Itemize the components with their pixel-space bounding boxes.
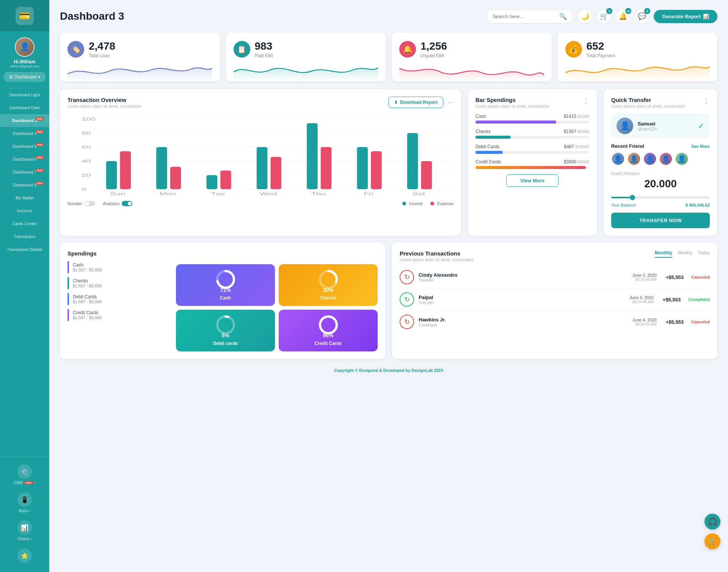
svg-text:0: 0 bbox=[82, 187, 86, 191]
sidebar-item-dashboard7[interactable]: Dashboard 7 New bbox=[0, 166, 49, 179]
sidebar-email: william@gmail.com bbox=[10, 64, 39, 68]
quick-transfer-card: Quick Transfer Lorem ipsum dolor sit ame… bbox=[604, 89, 717, 236]
cart-badge: 2 bbox=[606, 8, 612, 14]
friend-avatar-2[interactable]: 👤 bbox=[627, 152, 641, 166]
number-toggle[interactable] bbox=[85, 201, 95, 206]
stats-row: 🏷️ 2,478 Total Loan 📋 983 Pai bbox=[60, 33, 717, 81]
chart-bar-icon: 📊 bbox=[703, 14, 709, 19]
sidebar-item-cards-center[interactable]: Cards Center bbox=[0, 217, 49, 230]
search-input[interactable] bbox=[493, 14, 556, 19]
sidebar-item-favorites[interactable]: ⭐ bbox=[0, 545, 49, 568]
sidebar-item-label: My Wallet bbox=[16, 196, 34, 200]
friend-avatar-1[interactable]: 👤 bbox=[611, 152, 625, 166]
total-loan-value: 2,478 bbox=[89, 40, 115, 52]
sidebar-item-dashboard6[interactable]: Dashboard 6 New bbox=[0, 153, 49, 166]
sidebar-item-dashboard-light[interactable]: Dashboard Light bbox=[0, 88, 49, 101]
donut-cash: 71% Cash bbox=[176, 264, 275, 306]
sidebar-item-label: Dashboard 8 bbox=[13, 183, 37, 187]
spending-cash-amounts: $1,567 / $5,000 bbox=[73, 268, 102, 272]
sidebar-item-dashboard4[interactable]: Dashboard 4 New bbox=[0, 127, 49, 140]
new-badge: New bbox=[36, 130, 44, 133]
theme-toggle-button[interactable]: 🌙 bbox=[578, 9, 592, 24]
sidebar-item-transaction-details[interactable]: Transaction Details bbox=[0, 243, 49, 256]
svg-text:Thu: Thu bbox=[311, 191, 326, 196]
sidebar-item-invoices[interactable]: Invoices bbox=[0, 204, 49, 217]
paid-emi-label: Paid EMI bbox=[255, 53, 273, 58]
cart-float-button[interactable]: 🛒 bbox=[704, 533, 720, 549]
analytics-toggle[interactable] bbox=[122, 201, 132, 206]
sidebar-item-dashboard-dark[interactable]: Dashboard Dark bbox=[0, 101, 49, 114]
credit-amount: $3890 $4000 bbox=[564, 159, 589, 165]
sidebar-item-apps[interactable]: 📱 Apps › bbox=[0, 489, 49, 517]
total-loan-wave bbox=[67, 61, 212, 81]
svg-rect-23 bbox=[206, 175, 217, 189]
sidebar-logo-icon: 💳 bbox=[16, 7, 34, 25]
sidebar-item-label: Cards Center bbox=[12, 221, 37, 226]
notifications-button[interactable]: 🔔 12 bbox=[616, 9, 630, 24]
bar-chart-svg: 100 80 60 40 20 0 Sun Mon Tue bbox=[67, 114, 453, 197]
view-more-button[interactable]: View More bbox=[506, 174, 559, 187]
cms-label: CMS bbox=[14, 480, 23, 485]
amount-slider[interactable] bbox=[611, 197, 710, 198]
bar-spendings-more-button[interactable]: ⋮ bbox=[582, 97, 589, 105]
friend-avatar-5[interactable]: 👤 bbox=[675, 152, 689, 166]
more-options-button[interactable]: ··· bbox=[448, 99, 453, 107]
spending-checks-amounts: $1,567 / $5,000 bbox=[73, 284, 102, 288]
total-loan-icon: 🏷️ bbox=[67, 41, 84, 58]
see-more-link[interactable]: See More bbox=[691, 144, 710, 149]
svg-text:60: 60 bbox=[82, 145, 91, 149]
tab-today[interactable]: Today bbox=[698, 250, 710, 258]
debit-progress bbox=[475, 151, 503, 154]
svg-rect-32 bbox=[421, 161, 432, 189]
svg-rect-26 bbox=[270, 157, 281, 189]
total-payment-label: Total Payment bbox=[587, 53, 615, 58]
sidebar-item-charts[interactable]: 📊 Charts › bbox=[0, 517, 49, 545]
amount-slider-container bbox=[611, 193, 710, 200]
messages-button[interactable]: 💬 5 bbox=[635, 9, 649, 24]
tx-type-3: Cashback bbox=[419, 323, 446, 327]
support-float-button[interactable]: 🎧 bbox=[704, 514, 720, 530]
bottom-grid: Spendings Cash $1,567 / $5,000 bbox=[60, 243, 717, 359]
transaction-icon-3: ↻ bbox=[400, 315, 414, 329]
friend-avatar-4[interactable]: 👤 bbox=[659, 152, 673, 166]
sidebar-item-cms[interactable]: ⚙️ CMS New › bbox=[0, 461, 49, 489]
search-box[interactable]: 🔍 bbox=[486, 9, 573, 24]
cart-button[interactable]: 🛒 2 bbox=[597, 9, 611, 24]
tx-name-2: Paipal bbox=[419, 295, 434, 300]
donut-credit-svg bbox=[317, 313, 340, 336]
friend-avatar-3[interactable]: 👤 bbox=[643, 152, 657, 166]
unpaid-emi-value: 1,256 bbox=[420, 40, 447, 52]
sidebar-item-dashboard5[interactable]: Dashboard 5 New bbox=[0, 140, 49, 153]
total-loan-label: Total Loan bbox=[89, 53, 115, 58]
tx-amount-1: +$5,553 bbox=[666, 274, 684, 280]
download-report-button[interactable]: ⬇ Download Report bbox=[388, 97, 443, 108]
quick-transfer-subtitle: Lorem ipsum dolor sit amet, consectetur bbox=[611, 104, 686, 108]
spending-credit-amounts: $1,567 / $5,000 bbox=[73, 315, 102, 320]
income-label: Income bbox=[409, 201, 423, 206]
svg-rect-22 bbox=[170, 167, 181, 189]
header-actions: 🔍 🌙 🛒 2 🔔 12 💬 5 Generate Report 📊 bbox=[486, 9, 717, 24]
bar-chart: 100 80 60 40 20 0 Sun Mon Tue bbox=[67, 114, 453, 197]
tab-weekly[interactable]: Weekly bbox=[678, 250, 692, 258]
sidebar-item-label: Dashboard 3 bbox=[12, 118, 38, 123]
sidebar-item-transaction[interactable]: Transaction bbox=[0, 230, 49, 243]
sidebar-item-my-wallet[interactable]: My Wallet bbox=[0, 191, 49, 204]
paid-emi-icon: 📋 bbox=[234, 41, 250, 58]
svg-rect-24 bbox=[220, 171, 231, 189]
cash-color-bar bbox=[67, 261, 69, 273]
page-header: Dashboard 3 🔍 🌙 🛒 2 🔔 12 💬 5 Gen bbox=[60, 9, 717, 24]
amount-value: 20.000 bbox=[611, 178, 710, 190]
sidebar-dashboard-button[interactable]: ⊞ Dashboard ▾ bbox=[4, 72, 46, 82]
svg-text:20: 20 bbox=[82, 173, 91, 177]
transfer-now-button[interactable]: TRANSFER NOW bbox=[611, 213, 710, 228]
quick-transfer-more-button[interactable]: ⋮ bbox=[703, 97, 710, 105]
spending-row-checks: Checks $1567 $5000 bbox=[475, 129, 589, 139]
sidebar-item-dashboard8[interactable]: Dashboard 8 New bbox=[0, 179, 49, 191]
tab-monthly[interactable]: Monthly bbox=[655, 250, 672, 258]
sidebar-icon-sections: ⚙️ CMS New › 📱 Apps › 📊 Charts › ⭐ bbox=[0, 456, 49, 572]
spending-debit-amounts: $1,567 / $5,000 bbox=[73, 299, 102, 304]
generate-report-button[interactable]: Generate Report 📊 bbox=[654, 10, 717, 23]
sidebar-item-dashboard3[interactable]: Dashboard 3 New bbox=[0, 114, 49, 127]
spending-cash-label: Cash bbox=[73, 262, 102, 268]
chevron-right-icon: › bbox=[31, 536, 32, 541]
